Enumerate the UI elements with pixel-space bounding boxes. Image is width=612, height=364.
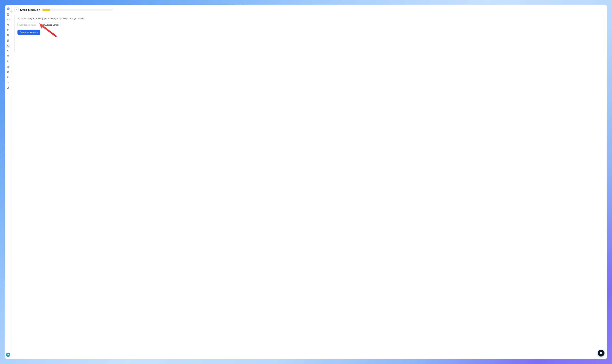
plug-icon[interactable] [6, 23, 11, 27]
svg-rect-11 [7, 29, 9, 31]
chat-bot-icon [599, 351, 603, 355]
workspace-domain-suffix: .on.yourgpt.email [40, 22, 61, 27]
svg-point-5 [9, 9, 9, 9]
workspace-name-input[interactable] [18, 22, 40, 27]
svg-point-15 [7, 61, 8, 61]
chat-widget-button[interactable] [598, 350, 604, 356]
sidebar-collapse-toggle[interactable] [11, 11, 13, 13]
svg-point-29 [599, 353, 600, 353]
broadcast-icon[interactable] [6, 18, 11, 22]
svg-point-20 [8, 72, 9, 72]
progress-fill [42, 9, 50, 11]
svg-point-10 [8, 20, 8, 20]
svg-rect-9 [8, 15, 9, 15]
svg-point-27 [600, 353, 601, 353]
back-button[interactable] [14, 8, 19, 12]
main-content: Email Integration No Email Integration s… [12, 5, 607, 359]
svg-rect-8 [7, 15, 8, 15]
puzzle-icon[interactable] [6, 44, 11, 48]
settings-icon[interactable] [6, 65, 11, 69]
app-window: H Email Integration No Email Integration… [5, 5, 607, 359]
flask-icon[interactable] [6, 86, 11, 90]
progress-bar [42, 9, 113, 11]
bot-icon[interactable] [6, 70, 11, 74]
dashboard-icon[interactable] [6, 13, 11, 17]
svg-point-23 [8, 82, 9, 82]
svg-point-19 [8, 72, 8, 72]
svg-point-4 [8, 9, 8, 9]
app-logo [6, 7, 10, 11]
svg-point-30 [602, 353, 602, 353]
svg-point-17 [8, 66, 9, 67]
bolt-icon[interactable] [6, 54, 11, 58]
svg-rect-25 [600, 352, 602, 354]
user-check-icon[interactable] [6, 75, 11, 79]
svg-point-22 [7, 82, 8, 82]
svg-point-13 [8, 40, 8, 41]
svg-rect-0 [7, 8, 10, 10]
chevron-left-icon [15, 9, 17, 11]
chat-icon[interactable] [6, 33, 11, 38]
create-workspace-button[interactable]: Create Workspace [17, 30, 40, 35]
contact-icon[interactable] [6, 39, 11, 43]
undo-icon[interactable] [6, 49, 11, 53]
sidebar: H [5, 5, 12, 359]
svg-point-21 [8, 76, 8, 77]
svg-rect-7 [8, 13, 9, 14]
page-title: Email Integration [20, 8, 40, 11]
svg-point-28 [601, 353, 602, 353]
user-avatar[interactable]: H [6, 352, 10, 357]
book-icon[interactable] [6, 28, 11, 32]
git-compare-icon[interactable] [6, 59, 11, 64]
workspace-input-group: .on.yourgpt.email [17, 22, 61, 27]
users-icon[interactable] [6, 80, 11, 85]
svg-rect-18 [7, 71, 9, 73]
svg-rect-1 [8, 7, 9, 8]
svg-point-16 [9, 62, 9, 63]
setup-hint: No Email Integration setup yet. Create y… [17, 17, 601, 20]
page-header: Email Integration [14, 8, 604, 12]
svg-rect-26 [601, 352, 601, 352]
setup-card: No Email Integration setup yet. Create y… [14, 14, 604, 53]
svg-rect-6 [7, 13, 8, 14]
